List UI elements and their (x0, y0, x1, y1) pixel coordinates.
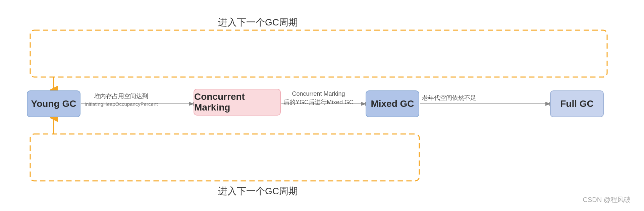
full-gc-node: Full GC (550, 90, 604, 117)
bottom-loop-box (30, 134, 419, 181)
diagram-container: Young GC Concurrent Marking Mixed GC Ful… (0, 0, 644, 211)
label-concurrent-mixed: Concurrent Marking 后的YGC后进行Mixed GC (283, 90, 354, 107)
watermark: CSDN @程风破 (583, 195, 631, 204)
mixed-gc-node: Mixed GC (366, 90, 419, 117)
label-young-concurrent-line2: InitiatingHeapOccupancyPercent (85, 100, 158, 108)
top-loop-box (30, 30, 607, 77)
young-gc-node: Young GC (27, 90, 80, 117)
loop-label-bottom: 进入下一个GC周期 (218, 185, 298, 198)
loop-label-top: 进入下一个GC周期 (218, 16, 298, 29)
label-concurrent-mixed-line2: 后的YGC后进行Mixed GC (283, 98, 354, 107)
mixed-gc-label: Mixed GC (371, 98, 414, 109)
concurrent-marking-node: Concurrent Marking (194, 89, 281, 116)
label-concurrent-mixed-line1: Concurrent Marking (283, 90, 354, 98)
concurrent-marking-label: Concurrent Marking (194, 91, 280, 113)
young-gc-label: Young GC (31, 98, 76, 109)
label-mixed-full: 老年代空间依然不足 (422, 94, 476, 102)
full-gc-label: Full GC (560, 98, 594, 109)
label-young-concurrent: 堆内存占用空间达到 InitiatingHeapOccupancyPercent (85, 92, 158, 108)
label-young-concurrent-line1: 堆内存占用空间达到 (85, 92, 158, 100)
label-mixed-full-text: 老年代空间依然不足 (422, 94, 476, 101)
